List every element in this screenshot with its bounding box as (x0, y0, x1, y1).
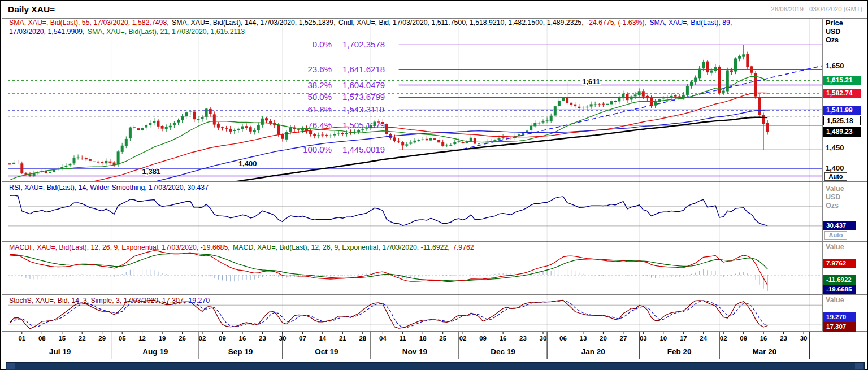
horizontal-scrollbar[interactable] (6, 362, 865, 370)
fib-level-pct-label: 0.0% (313, 40, 332, 49)
main-chart-legend-line2: 17/03/2020, 1,541.9909, SMA, XAU=, Bid(L… (9, 28, 246, 36)
rsi-axis-auto-button[interactable]: Auto (824, 231, 847, 240)
stoch-value-badge: 17.307 (823, 322, 856, 332)
price-axis-header-ozs: Ozs (826, 36, 839, 44)
legend-segment: 7.9762 (453, 243, 474, 251)
x-axis-day-label: 02 (459, 335, 467, 342)
price-axis-tick-label: 1,400 (826, 164, 844, 172)
x-axis-day-label: 08 (38, 335, 46, 342)
macd-axis-header-value: Value (826, 243, 844, 251)
x-axis-day-label: 17 (680, 335, 687, 342)
scrollbar-right-cap[interactable] (855, 363, 863, 369)
rsi-axis-header-value: Value (826, 185, 844, 193)
x-axis-day-label: 09 (219, 335, 226, 342)
x-axis-day-label: 29 (98, 335, 106, 342)
price-badge: 1,525.18 (823, 116, 861, 125)
x-axis-day-label: 28 (359, 335, 366, 342)
x-axis-month-label: Aug 19 (142, 347, 168, 356)
x-axis-month-label: Feb 20 (667, 347, 692, 356)
price-axis-tick-label: 1,450 (826, 143, 844, 152)
x-axis-month-label: Sep 19 (228, 347, 253, 356)
legend-segment: StochS, XAU=, Bid, 14, 3, Simple, 3, 17/… (9, 297, 187, 304)
price-axis-header-usd: USD (826, 28, 840, 36)
legend-segment: RSI, XAU=, Bid(Last), 14, Wilder Smoothi… (9, 184, 209, 191)
macd-value-badge: -11.6922 (823, 275, 856, 285)
x-axis-month-label: Dec 19 (491, 347, 515, 356)
x-axis-month-label: Jan 20 (581, 347, 605, 356)
stoch-value-badge: 19.270 (823, 312, 856, 322)
legend-segment: Cndl, XAU=, Bid, 17/03/2020, 1,511.7500,… (338, 19, 585, 27)
legend-segment: MACDF, XAU=, Bid(Last), 12, 26, 9, Expon… (9, 243, 232, 251)
macd-value-badge: -19.6685 (823, 285, 856, 294)
x-axis-day-label: 14 (319, 335, 326, 342)
x-axis-day-label: 30 (540, 335, 547, 342)
x-axis-day-label: 18 (419, 335, 427, 342)
x-axis-day-label: 16 (239, 335, 246, 342)
macd-value-badge: 7.9762 (823, 259, 856, 268)
legend-segment: 17/03/2020, 1,541.9909, (9, 28, 86, 36)
price-annotation: 1,611 (582, 77, 600, 86)
fib-level-price-label: 1,604.0479 (342, 80, 385, 90)
x-axis-day-label: 27 (620, 335, 627, 342)
x-axis-month-label: Nov 19 (402, 347, 427, 356)
x-axis-month-label: Mar 20 (753, 347, 777, 356)
x-axis-day-label: 30 (800, 335, 808, 342)
x-axis-day-label: 07 (299, 335, 306, 342)
rsi-legend: RSI, XAU=, Bid(Last), 14, Wilder Smoothi… (9, 184, 210, 191)
fib-level-price-label: 1,702.3578 (342, 40, 385, 49)
x-axis-day-label: 16 (760, 335, 767, 342)
x-axis-day-label: 22 (79, 335, 86, 342)
price-axis-auto-button[interactable]: Auto (824, 172, 847, 181)
legend-segment: SMA, XAU=, Bid(Last), 144, 17/03/2020, 1… (172, 19, 337, 27)
fib-level-pct-label: 23.6% (307, 64, 332, 74)
x-axis-day-label: 23 (780, 335, 787, 342)
fib-level-pct-label: 61.8% (307, 105, 332, 114)
x-axis-month-label: Oct 19 (315, 347, 338, 356)
stoch-axis-header-value: Value (826, 296, 844, 304)
x-axis-day-label: 11 (400, 335, 407, 342)
x-axis-day-label: 23 (519, 335, 527, 342)
price-badge: 1,541.99 (823, 106, 861, 115)
x-axis-day-label: 10 (659, 335, 667, 342)
stoch-legend: StochS, XAU=, Bid, 14, 3, Simple, 3, 17/… (9, 297, 211, 304)
x-axis-day-label: 24 (700, 335, 707, 342)
price-badge: 1,489.23 (823, 127, 861, 137)
x-axis-day-label: 01 (18, 335, 25, 342)
x-axis-day-label: 06 (559, 335, 567, 342)
rsi-axis-header-ozs: Ozs (826, 202, 839, 210)
price-badge: 1,582.74 (823, 89, 861, 98)
x-axis-day-label: 04 (379, 335, 387, 342)
x-axis-month-label: Jul 19 (49, 347, 71, 356)
legend-segment: SMA, XAU=, Bid(Last), 89, (649, 19, 732, 27)
price-axis-header-price: Price (826, 19, 843, 27)
x-axis-day-label: 13 (580, 335, 587, 342)
x-axis-day-label: 19 (159, 335, 166, 342)
x-axis-day-label: 12 (138, 335, 146, 342)
x-axis-day-label: 20 (600, 335, 607, 342)
x-axis-day-label: 26 (179, 335, 186, 342)
fib-level-pct-label: 100.0% (303, 145, 332, 154)
x-axis-day-label: 16 (500, 335, 507, 342)
legend-segment: -24.6775, (-1.63%), (587, 19, 648, 27)
scrollbar-left-cap[interactable] (7, 363, 15, 369)
chart-window: Daily XAU= 26/06/2019 - 03/04/2020 (GMT)… (0, 0, 868, 370)
x-axis-day-label: 09 (479, 335, 487, 342)
macd-signal-line (10, 254, 768, 281)
legend-segment: MACD, XAU=, Bid(Last), 12, 26, 9, Expone… (233, 243, 452, 251)
fib-level-price-label: 1,641.6218 (342, 64, 385, 74)
support-line-label: 1,400 (238, 159, 257, 168)
x-axis-day-label: 02 (199, 335, 206, 342)
macd-line (10, 251, 768, 285)
x-axis-day-label: 21 (339, 335, 346, 342)
x-axis-day-label: 03 (640, 335, 647, 342)
fib-level-price-label: 1,445.0019 (342, 145, 385, 154)
x-axis-day-label: 15 (58, 335, 66, 342)
main-chart-legend-line1: SMA, XAU=, Bid(Last), 55, 17/03/2020, 1,… (9, 19, 733, 27)
legend-segment: SMA, XAU=, Bid(Last), 55, 17/03/2020, 1,… (9, 19, 171, 27)
x-axis-day-label: 02 (720, 335, 727, 342)
legend-segment: SMA, XAU=, Bid(Last), 21, 17/03/2020, 1,… (88, 28, 245, 36)
x-axis-day-label: 23 (259, 335, 266, 342)
x-axis-day-label: 05 (119, 335, 126, 342)
price-axis-tick-label: 1,650 (826, 62, 844, 70)
chart-canvas[interactable]: 0.0%1,702.357823.6%1,641.621838.2%1,604.… (1, 1, 868, 362)
